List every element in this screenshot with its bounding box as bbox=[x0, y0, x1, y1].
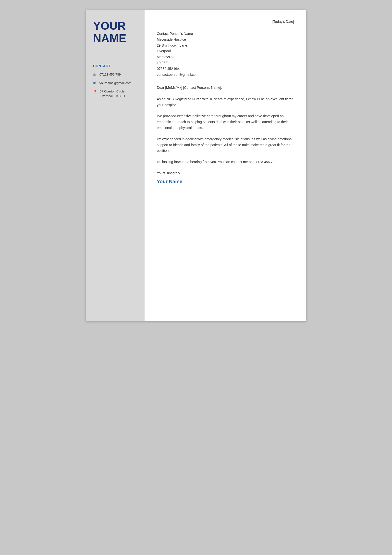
contact-heading: CONTACT bbox=[93, 64, 137, 68]
paragraph-2: I've provided extensive palliative care … bbox=[157, 113, 294, 131]
recipient-street: 29 Smithdown Lane bbox=[157, 43, 294, 49]
signature-name: Your Name bbox=[157, 179, 294, 184]
date-line: [Today's Date] bbox=[157, 20, 294, 24]
recipient-city: Liverpool bbox=[157, 48, 294, 54]
contact-address-item: 📍 67 Overton Circle, Liverpool, L3 8FH bbox=[93, 89, 137, 98]
recipient-name: Contact Person's Name bbox=[157, 31, 294, 37]
contact-email-item: ✉ yourname@gmail.com bbox=[93, 81, 137, 86]
recipient-county: Merseyside bbox=[157, 54, 294, 60]
applicant-name: YOUR NAME bbox=[93, 20, 137, 44]
recipient-postcode: L9 9ZZ bbox=[157, 60, 294, 66]
recipient-block: Contact Person's Name Meyerside Hospice … bbox=[157, 31, 294, 77]
recipient-org: Meyerside Hospice bbox=[157, 37, 294, 43]
paragraph-4: I'm looking forward to hearing from you.… bbox=[157, 159, 294, 165]
contact-email: yourname@gmail.com bbox=[99, 81, 131, 85]
email-icon: ✉ bbox=[93, 81, 97, 86]
phone-icon: ✆ bbox=[93, 73, 97, 77]
location-icon: 📍 bbox=[93, 90, 97, 94]
sidebar: YOUR NAME CONTACT ✆ 07123 456 789 ✉ your… bbox=[86, 10, 145, 321]
contact-list: ✆ 07123 456 789 ✉ yourname@gmail.com 📍 6… bbox=[93, 72, 137, 98]
recipient-phone: 07632 452 964 bbox=[157, 66, 294, 72]
closing: Yours sincerely, bbox=[157, 170, 294, 176]
cover-letter-page: YOUR NAME CONTACT ✆ 07123 456 789 ✉ your… bbox=[86, 10, 306, 321]
recipient-email: contact.person@gmail.com bbox=[157, 72, 294, 78]
letter-body: As an NHS Registered Nurse with 10 years… bbox=[157, 96, 294, 165]
paragraph-1: As an NHS Registered Nurse with 10 years… bbox=[157, 96, 294, 108]
salutation: Dear [Mr/Ms/Mx] [Contact Person's Name], bbox=[157, 85, 294, 90]
contact-phone-item: ✆ 07123 456 789 bbox=[93, 72, 137, 77]
paragraph-3: I'm experienced in dealing with emergenc… bbox=[157, 136, 294, 154]
contact-section: CONTACT ✆ 07123 456 789 ✉ yourname@gmail… bbox=[93, 64, 137, 98]
contact-address: 67 Overton Circle, Liverpool, L3 8FH bbox=[100, 89, 125, 98]
main-content: [Today's Date] Contact Person's Name Mey… bbox=[145, 10, 306, 321]
sidebar-name-block: YOUR NAME bbox=[93, 20, 137, 44]
contact-phone: 07123 456 789 bbox=[99, 72, 121, 77]
